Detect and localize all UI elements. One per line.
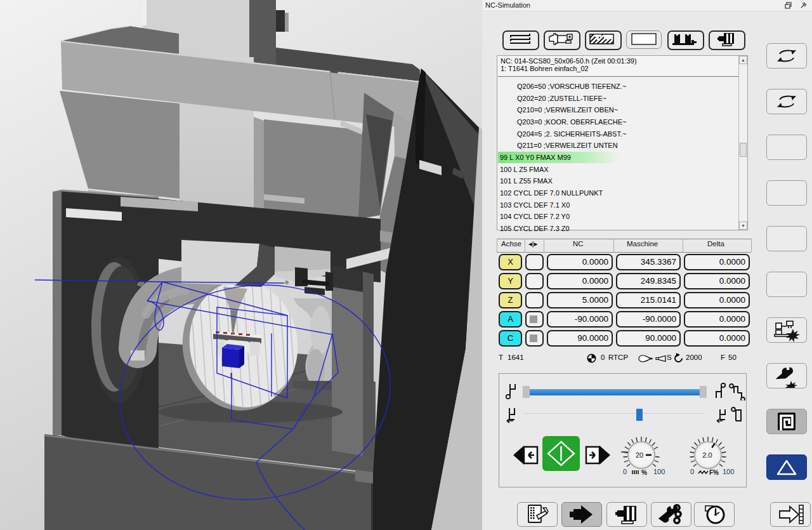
svg-text:20: 20 [636, 451, 643, 459]
svg-text:2.0: 2.0 [702, 451, 712, 459]
svg-text:F%: F% [709, 469, 719, 476]
svg-text:%: % [641, 469, 647, 476]
